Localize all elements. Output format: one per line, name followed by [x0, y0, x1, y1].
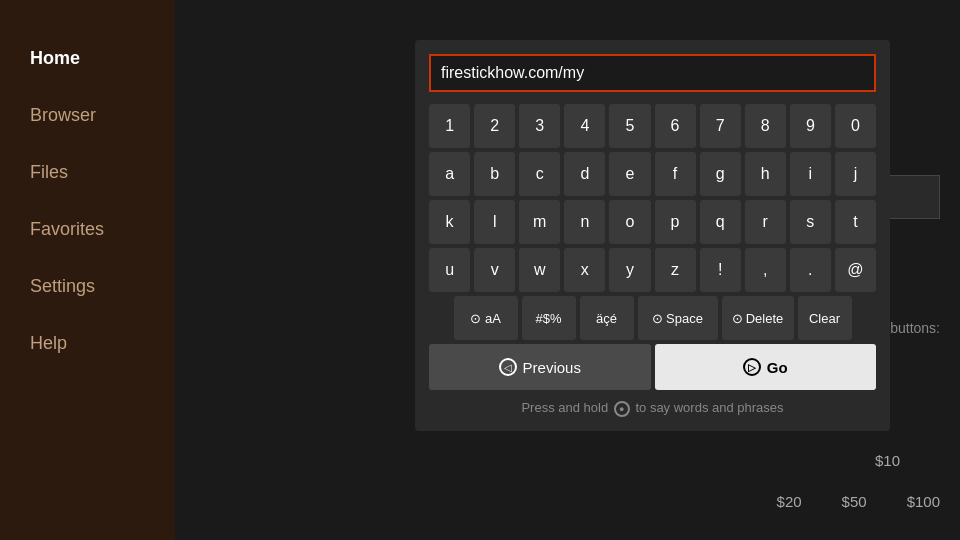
sidebar-item-files[interactable]: Files	[0, 144, 175, 201]
key-o[interactable]: o	[609, 200, 650, 244]
key-k[interactable]: k	[429, 200, 470, 244]
key-j[interactable]: j	[835, 152, 876, 196]
previous-button[interactable]: ◁ Previous	[429, 344, 651, 390]
key-4[interactable]: 4	[564, 104, 605, 148]
key-f[interactable]: f	[655, 152, 696, 196]
sidebar-item-help[interactable]: Help	[0, 315, 175, 372]
voice-hint: Press and hold ● to say words and phrase…	[429, 400, 876, 417]
key-v[interactable]: v	[474, 248, 515, 292]
key-comma[interactable]: ,	[745, 248, 786, 292]
keyboard-modal: 1 2 3 4 5 6 7 8 9 0 a b c d e f g h	[415, 40, 890, 431]
key-y[interactable]: y	[609, 248, 650, 292]
sidebar-item-favorites[interactable]: Favorites	[0, 201, 175, 258]
key-z[interactable]: z	[655, 248, 696, 292]
key-w[interactable]: w	[519, 248, 560, 292]
key-u[interactable]: u	[429, 248, 470, 292]
url-input[interactable]	[429, 54, 876, 92]
sidebar: Home Browser Files Favorites Settings He…	[0, 0, 175, 540]
key-h[interactable]: h	[745, 152, 786, 196]
special-row: ⊙ aA #$% äçé ⊙ Space ⊙ Delete Clear	[429, 296, 876, 340]
key-0[interactable]: 0	[835, 104, 876, 148]
sidebar-item-settings[interactable]: Settings	[0, 258, 175, 315]
number-row: 1 2 3 4 5 6 7 8 9 0	[429, 104, 876, 148]
key-a[interactable]: a	[429, 152, 470, 196]
key-n[interactable]: n	[564, 200, 605, 244]
key-7[interactable]: 7	[700, 104, 741, 148]
key-9[interactable]: 9	[790, 104, 831, 148]
main-content: ase donation buttons: ) $20 $50 $100 $10…	[175, 0, 960, 540]
key-m[interactable]: m	[519, 200, 560, 244]
row-k-t: k l m n o p q r s t	[429, 200, 876, 244]
key-period[interactable]: .	[790, 248, 831, 292]
previous-icon: ◁	[499, 358, 517, 376]
amount-20: $20	[777, 493, 802, 510]
key-5[interactable]: 5	[609, 104, 650, 148]
key-t[interactable]: t	[835, 200, 876, 244]
key-1[interactable]: 1	[429, 104, 470, 148]
key-accents[interactable]: äçé	[580, 296, 634, 340]
key-at[interactable]: @	[835, 248, 876, 292]
key-p[interactable]: p	[655, 200, 696, 244]
sidebar-item-home[interactable]: Home	[0, 30, 175, 87]
key-g[interactable]: g	[700, 152, 741, 196]
key-d[interactable]: d	[564, 152, 605, 196]
mic-icon: ●	[614, 401, 630, 417]
key-3[interactable]: 3	[519, 104, 560, 148]
key-b[interactable]: b	[474, 152, 515, 196]
key-delete[interactable]: ⊙ Delete	[722, 296, 794, 340]
donation-amounts: $20 $50 $100	[777, 493, 940, 510]
key-2[interactable]: 2	[474, 104, 515, 148]
key-case[interactable]: ⊙ aA	[454, 296, 518, 340]
go-button[interactable]: ▷ Go	[655, 344, 877, 390]
key-clear[interactable]: Clear	[798, 296, 852, 340]
key-q[interactable]: q	[700, 200, 741, 244]
keyboard-grid: 1 2 3 4 5 6 7 8 9 0 a b c d e f g h	[429, 104, 876, 340]
key-exclaim[interactable]: !	[700, 248, 741, 292]
key-x[interactable]: x	[564, 248, 605, 292]
key-e[interactable]: e	[609, 152, 650, 196]
amount-100: $100	[907, 493, 940, 510]
go-icon: ▷	[743, 358, 761, 376]
row-a-j: a b c d e f g h i j	[429, 152, 876, 196]
key-space[interactable]: ⊙ Space	[638, 296, 718, 340]
sidebar-item-browser[interactable]: Browser	[0, 87, 175, 144]
key-c[interactable]: c	[519, 152, 560, 196]
key-6[interactable]: 6	[655, 104, 696, 148]
key-i[interactable]: i	[790, 152, 831, 196]
bottom-buttons: ◁ Previous ▷ Go	[429, 344, 876, 390]
key-8[interactable]: 8	[745, 104, 786, 148]
key-s[interactable]: s	[790, 200, 831, 244]
key-symbols[interactable]: #$%	[522, 296, 576, 340]
key-r[interactable]: r	[745, 200, 786, 244]
row-u-at: u v w x y z ! , . @	[429, 248, 876, 292]
amount-50: $50	[842, 493, 867, 510]
url-input-container	[429, 54, 876, 92]
key-l[interactable]: l	[474, 200, 515, 244]
amount-10: $10	[875, 452, 900, 470]
